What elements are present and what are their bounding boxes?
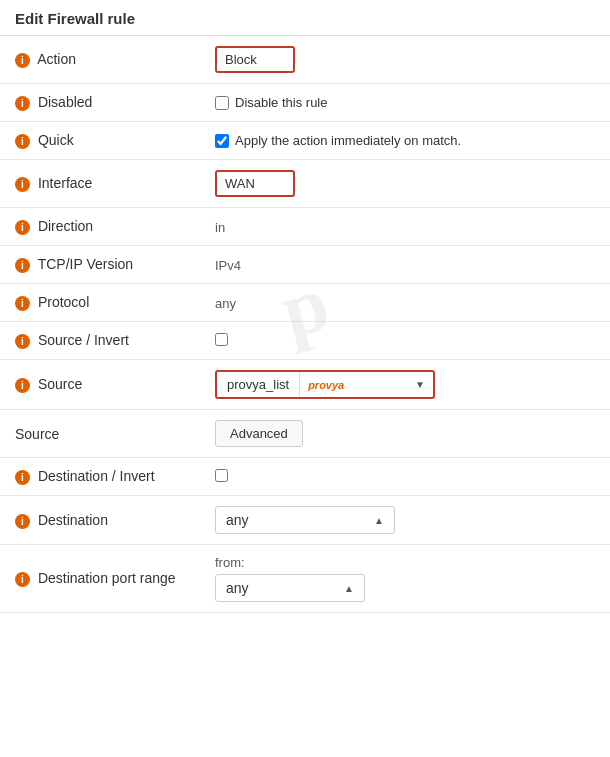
source-dropdown-right-section[interactable]: provya ▼ xyxy=(300,374,433,396)
action-row: i Action Block xyxy=(0,36,610,84)
interface-row: i Interface WAN xyxy=(0,160,610,208)
tcpip-info-icon[interactable]: i xyxy=(15,258,30,273)
dest-port-info-icon[interactable]: i xyxy=(15,572,30,587)
firewall-rule-form: i Action Block i Disabled xyxy=(0,36,610,613)
page-title: Edit Firewall rule xyxy=(0,0,610,36)
source-dropdown-arrow: ▼ xyxy=(415,379,425,390)
dest-port-dropdown[interactable]: any ▲ xyxy=(215,574,365,602)
source-invert-row: i Source / Invert xyxy=(0,322,610,360)
interface-info-icon[interactable]: i xyxy=(15,177,30,192)
tcpip-row: i TCP/IP Version IPv4 xyxy=(0,246,610,284)
action-select[interactable]: Block xyxy=(215,46,295,73)
source-info-icon[interactable]: i xyxy=(15,378,30,393)
direction-label: Direction xyxy=(38,218,93,234)
quick-info-icon[interactable]: i xyxy=(15,134,30,149)
direction-value: in xyxy=(215,220,225,235)
disabled-info-icon[interactable]: i xyxy=(15,96,30,111)
dest-port-row: i Destination port range from: any ▲ xyxy=(0,545,610,613)
protocol-value: any xyxy=(215,296,236,311)
source-dropdown-row: i Source provya_list provya ▼ xyxy=(0,360,610,410)
dest-invert-row: i Destination / Invert xyxy=(0,458,610,496)
source-dropdown-list-value: provya_list xyxy=(217,372,300,397)
protocol-info-icon[interactable]: i xyxy=(15,296,30,311)
disabled-label: Disabled xyxy=(38,94,92,110)
disabled-row: i Disabled Disable this rule xyxy=(0,84,610,122)
source-plain-label: Source xyxy=(15,426,59,442)
provya-logo: provya xyxy=(308,379,344,391)
action-label: Action xyxy=(37,51,76,67)
protocol-label: Protocol xyxy=(38,294,89,310)
source-invert-info-icon[interactable]: i xyxy=(15,334,30,349)
quick-checkbox-label[interactable]: Apply the action immediately on match. xyxy=(215,133,595,148)
interface-label: Interface xyxy=(38,175,92,191)
disabled-checkbox[interactable] xyxy=(215,96,229,110)
dest-port-container: from: any ▲ xyxy=(215,555,595,602)
destination-dropdown-arrow: ▲ xyxy=(374,515,384,526)
source-advanced-row: Source Advanced xyxy=(0,410,610,458)
source-invert-label: Source / Invert xyxy=(38,332,129,348)
quick-label: Quick xyxy=(38,132,74,148)
dest-port-arrow: ▲ xyxy=(344,583,354,594)
quick-checkbox[interactable] xyxy=(215,134,229,148)
disabled-checkbox-label[interactable]: Disable this rule xyxy=(215,95,595,110)
destination-dropdown[interactable]: any ▲ xyxy=(215,506,395,534)
quick-checkbox-text: Apply the action immediately on match. xyxy=(235,133,461,148)
from-label: from: xyxy=(215,555,595,570)
dest-invert-checkbox[interactable] xyxy=(215,469,228,482)
destination-row: i Destination any ▲ xyxy=(0,496,610,545)
dest-port-value: any xyxy=(226,580,249,596)
destination-label: Destination xyxy=(38,512,108,528)
protocol-row: i Protocol any xyxy=(0,284,610,322)
dest-invert-label: Destination / Invert xyxy=(38,468,155,484)
advanced-button[interactable]: Advanced xyxy=(215,420,303,447)
source-label: Source xyxy=(38,376,82,392)
dest-port-label: Destination port range xyxy=(38,570,176,586)
destination-value: any xyxy=(226,512,249,528)
action-info-icon[interactable]: i xyxy=(15,53,30,68)
interface-select[interactable]: WAN xyxy=(215,170,295,197)
quick-row: i Quick Apply the action immediately on … xyxy=(0,122,610,160)
direction-row: i Direction in xyxy=(0,208,610,246)
source-dropdown[interactable]: provya_list provya ▼ xyxy=(215,370,435,399)
disabled-checkbox-text: Disable this rule xyxy=(235,95,328,110)
destination-info-icon[interactable]: i xyxy=(15,514,30,529)
source-invert-checkbox[interactable] xyxy=(215,333,228,346)
direction-info-icon[interactable]: i xyxy=(15,220,30,235)
tcpip-label: TCP/IP Version xyxy=(38,256,133,272)
tcpip-value: IPv4 xyxy=(215,258,241,273)
dest-invert-info-icon[interactable]: i xyxy=(15,470,30,485)
